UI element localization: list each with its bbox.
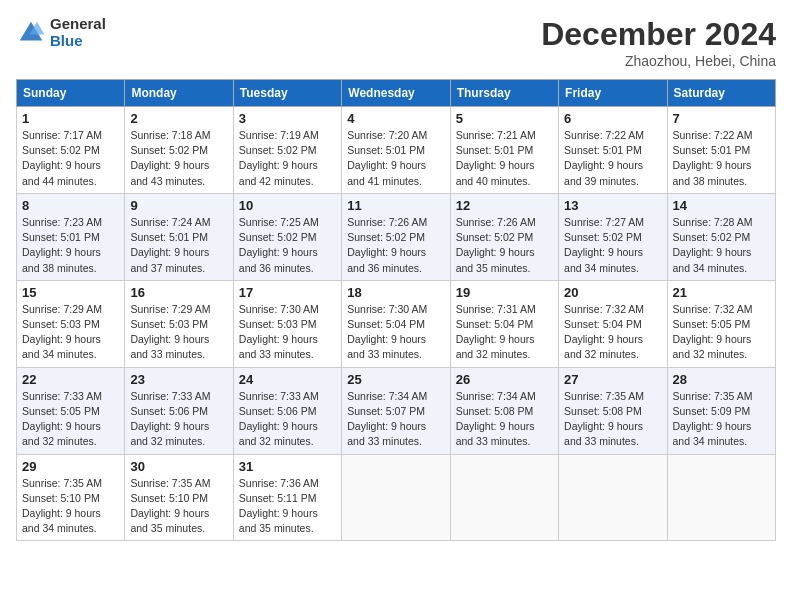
table-row: 20Sunrise: 7:32 AMSunset: 5:04 PMDayligh…: [559, 280, 667, 367]
sunrise-text: Sunrise: 7:19 AM: [239, 129, 319, 141]
sunset-text: Sunset: 5:01 PM: [347, 144, 425, 156]
day-info: Sunrise: 7:35 AMSunset: 5:10 PMDaylight:…: [130, 476, 227, 537]
sunset-text: Sunset: 5:02 PM: [456, 231, 534, 243]
table-row: 11Sunrise: 7:26 AMSunset: 5:02 PMDayligh…: [342, 193, 450, 280]
sunset-text: Sunset: 5:02 PM: [239, 231, 317, 243]
daylight-text: Daylight: 9 hours and 34 minutes.: [22, 333, 101, 360]
day-number: 22: [22, 372, 119, 387]
day-number: 1: [22, 111, 119, 126]
sunrise-text: Sunrise: 7:29 AM: [22, 303, 102, 315]
daylight-text: Daylight: 9 hours and 36 minutes.: [239, 246, 318, 273]
sunrise-text: Sunrise: 7:29 AM: [130, 303, 210, 315]
sunrise-text: Sunrise: 7:30 AM: [347, 303, 427, 315]
table-row: [342, 454, 450, 541]
day-info: Sunrise: 7:28 AMSunset: 5:02 PMDaylight:…: [673, 215, 770, 276]
sunrise-text: Sunrise: 7:22 AM: [673, 129, 753, 141]
logo-general: General: [50, 16, 106, 33]
day-number: 28: [673, 372, 770, 387]
day-info: Sunrise: 7:32 AMSunset: 5:04 PMDaylight:…: [564, 302, 661, 363]
sunrise-text: Sunrise: 7:24 AM: [130, 216, 210, 228]
daylight-text: Daylight: 9 hours and 38 minutes.: [673, 159, 752, 186]
sunrise-text: Sunrise: 7:34 AM: [347, 390, 427, 402]
calendar-week-row: 15Sunrise: 7:29 AMSunset: 5:03 PMDayligh…: [17, 280, 776, 367]
table-row: 16Sunrise: 7:29 AMSunset: 5:03 PMDayligh…: [125, 280, 233, 367]
daylight-text: Daylight: 9 hours and 32 minutes.: [673, 333, 752, 360]
table-row: 10Sunrise: 7:25 AMSunset: 5:02 PMDayligh…: [233, 193, 341, 280]
calendar-table: Sunday Monday Tuesday Wednesday Thursday…: [16, 79, 776, 541]
col-thursday: Thursday: [450, 80, 558, 107]
daylight-text: Daylight: 9 hours and 44 minutes.: [22, 159, 101, 186]
sunset-text: Sunset: 5:02 PM: [347, 231, 425, 243]
table-row: [450, 454, 558, 541]
table-row: 28Sunrise: 7:35 AMSunset: 5:09 PMDayligh…: [667, 367, 775, 454]
sunrise-text: Sunrise: 7:27 AM: [564, 216, 644, 228]
table-row: 12Sunrise: 7:26 AMSunset: 5:02 PMDayligh…: [450, 193, 558, 280]
table-row: 22Sunrise: 7:33 AMSunset: 5:05 PMDayligh…: [17, 367, 125, 454]
sunset-text: Sunset: 5:10 PM: [22, 492, 100, 504]
day-info: Sunrise: 7:29 AMSunset: 5:03 PMDaylight:…: [130, 302, 227, 363]
table-row: 31Sunrise: 7:36 AMSunset: 5:11 PMDayligh…: [233, 454, 341, 541]
day-info: Sunrise: 7:34 AMSunset: 5:07 PMDaylight:…: [347, 389, 444, 450]
day-info: Sunrise: 7:30 AMSunset: 5:03 PMDaylight:…: [239, 302, 336, 363]
sunrise-text: Sunrise: 7:22 AM: [564, 129, 644, 141]
sunset-text: Sunset: 5:05 PM: [22, 405, 100, 417]
day-number: 31: [239, 459, 336, 474]
col-sunday: Sunday: [17, 80, 125, 107]
sunset-text: Sunset: 5:05 PM: [673, 318, 751, 330]
daylight-text: Daylight: 9 hours and 33 minutes.: [347, 420, 426, 447]
table-row: 30Sunrise: 7:35 AMSunset: 5:10 PMDayligh…: [125, 454, 233, 541]
sunset-text: Sunset: 5:02 PM: [673, 231, 751, 243]
day-number: 27: [564, 372, 661, 387]
sunrise-text: Sunrise: 7:17 AM: [22, 129, 102, 141]
logo-text: General Blue: [50, 16, 106, 49]
day-number: 4: [347, 111, 444, 126]
sunrise-text: Sunrise: 7:25 AM: [239, 216, 319, 228]
calendar-header-row: Sunday Monday Tuesday Wednesday Thursday…: [17, 80, 776, 107]
sunrise-text: Sunrise: 7:35 AM: [564, 390, 644, 402]
day-number: 8: [22, 198, 119, 213]
daylight-text: Daylight: 9 hours and 32 minutes.: [130, 420, 209, 447]
col-tuesday: Tuesday: [233, 80, 341, 107]
sunrise-text: Sunrise: 7:35 AM: [673, 390, 753, 402]
daylight-text: Daylight: 9 hours and 43 minutes.: [130, 159, 209, 186]
day-info: Sunrise: 7:33 AMSunset: 5:06 PMDaylight:…: [239, 389, 336, 450]
calendar-week-row: 1Sunrise: 7:17 AMSunset: 5:02 PMDaylight…: [17, 107, 776, 194]
month-title: December 2024: [541, 16, 776, 53]
day-info: Sunrise: 7:35 AMSunset: 5:10 PMDaylight:…: [22, 476, 119, 537]
day-info: Sunrise: 7:22 AMSunset: 5:01 PMDaylight:…: [564, 128, 661, 189]
daylight-text: Daylight: 9 hours and 34 minutes.: [673, 246, 752, 273]
daylight-text: Daylight: 9 hours and 32 minutes.: [22, 420, 101, 447]
table-row: [559, 454, 667, 541]
sunset-text: Sunset: 5:02 PM: [239, 144, 317, 156]
day-number: 15: [22, 285, 119, 300]
table-row: 1Sunrise: 7:17 AMSunset: 5:02 PMDaylight…: [17, 107, 125, 194]
day-number: 12: [456, 198, 553, 213]
daylight-text: Daylight: 9 hours and 41 minutes.: [347, 159, 426, 186]
calendar-week-row: 22Sunrise: 7:33 AMSunset: 5:05 PMDayligh…: [17, 367, 776, 454]
table-row: 18Sunrise: 7:30 AMSunset: 5:04 PMDayligh…: [342, 280, 450, 367]
day-info: Sunrise: 7:25 AMSunset: 5:02 PMDaylight:…: [239, 215, 336, 276]
day-info: Sunrise: 7:18 AMSunset: 5:02 PMDaylight:…: [130, 128, 227, 189]
daylight-text: Daylight: 9 hours and 40 minutes.: [456, 159, 535, 186]
col-saturday: Saturday: [667, 80, 775, 107]
day-number: 16: [130, 285, 227, 300]
day-number: 21: [673, 285, 770, 300]
sunset-text: Sunset: 5:02 PM: [22, 144, 100, 156]
sunrise-text: Sunrise: 7:33 AM: [239, 390, 319, 402]
table-row: 29Sunrise: 7:35 AMSunset: 5:10 PMDayligh…: [17, 454, 125, 541]
table-row: 26Sunrise: 7:34 AMSunset: 5:08 PMDayligh…: [450, 367, 558, 454]
daylight-text: Daylight: 9 hours and 37 minutes.: [130, 246, 209, 273]
day-number: 11: [347, 198, 444, 213]
table-row: 19Sunrise: 7:31 AMSunset: 5:04 PMDayligh…: [450, 280, 558, 367]
sunrise-text: Sunrise: 7:35 AM: [22, 477, 102, 489]
table-row: 3Sunrise: 7:19 AMSunset: 5:02 PMDaylight…: [233, 107, 341, 194]
daylight-text: Daylight: 9 hours and 39 minutes.: [564, 159, 643, 186]
table-row: 23Sunrise: 7:33 AMSunset: 5:06 PMDayligh…: [125, 367, 233, 454]
sunset-text: Sunset: 5:02 PM: [130, 144, 208, 156]
sunrise-text: Sunrise: 7:32 AM: [673, 303, 753, 315]
sunrise-text: Sunrise: 7:32 AM: [564, 303, 644, 315]
day-info: Sunrise: 7:35 AMSunset: 5:08 PMDaylight:…: [564, 389, 661, 450]
day-info: Sunrise: 7:29 AMSunset: 5:03 PMDaylight:…: [22, 302, 119, 363]
day-info: Sunrise: 7:26 AMSunset: 5:02 PMDaylight:…: [456, 215, 553, 276]
day-number: 24: [239, 372, 336, 387]
